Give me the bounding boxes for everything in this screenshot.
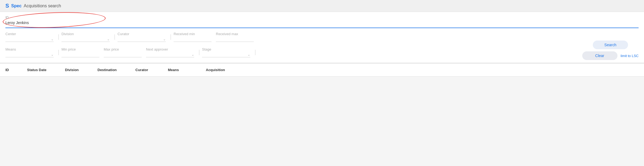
stage-label: Stage [202, 47, 250, 51]
means-input[interactable] [5, 52, 51, 57]
filter-row-1: Center ⌄ Division ⌄ [5, 32, 578, 42]
filter-rows-container: Center ⌄ Division ⌄ [5, 32, 639, 60]
division-chevron-icon[interactable]: ⌄ [107, 37, 110, 41]
min-price-input[interactable] [61, 52, 99, 57]
col-header-destination: Destination [97, 66, 135, 74]
means-label: Means [5, 47, 54, 51]
max-price-field: Max price [104, 47, 142, 57]
divider-6 [255, 50, 255, 55]
next-approver-input[interactable] [146, 52, 191, 57]
divider-5 [199, 50, 199, 55]
division-field: Division ⌄ [61, 32, 110, 42]
received-max-input[interactable] [216, 37, 254, 42]
col-header-acquisition: Acquisition [206, 66, 639, 74]
received-min-label: Received min [174, 32, 212, 36]
stage-input[interactable] [202, 52, 248, 57]
divider-3 [171, 34, 171, 40]
next-approver-field: Next approver ⌄ [146, 47, 194, 57]
curator-chevron-icon[interactable]: ⌄ [163, 37, 166, 41]
search-btn-row: Search [593, 41, 628, 49]
id-field-group: ID [5, 16, 60, 25]
means-chevron-icon[interactable]: ⌄ [51, 53, 54, 57]
id-input[interactable] [5, 21, 60, 25]
next-approver-chevron-icon[interactable]: ⌄ [191, 53, 194, 57]
min-price-label: Min price [61, 47, 99, 51]
center-field: Center ⌄ [5, 32, 54, 42]
division-label: Division [61, 32, 110, 36]
logo-icon: S [5, 3, 9, 9]
center-input[interactable] [5, 37, 51, 41]
clear-btn-row: Clear limit to LSC [582, 51, 639, 60]
id-label: ID [5, 16, 60, 19]
center-chevron-icon[interactable]: ⌄ [51, 37, 54, 41]
curator-field: Curator ⌄ [118, 32, 166, 42]
filter-row-2: Means ⌄ Min price Max price [5, 47, 578, 57]
curator-label: Curator [118, 32, 166, 36]
search-panel: ID Center ⌄ Division [0, 12, 644, 63]
max-price-input[interactable] [104, 52, 142, 57]
col-header-means: Means [168, 66, 206, 74]
received-max-label: Received max [216, 32, 254, 36]
clear-button[interactable]: Clear [582, 51, 617, 60]
limit-lsc-link[interactable]: limit to LSC [621, 54, 639, 58]
table-bottom-divider [0, 76, 644, 77]
divider-2 [115, 34, 115, 40]
search-button[interactable]: Search [593, 41, 628, 49]
divider-4 [58, 50, 59, 55]
stage-chevron-icon[interactable]: ⌄ [248, 53, 250, 57]
col-header-division: Division [65, 66, 97, 74]
page-title: Acquisitions search [24, 4, 61, 8]
header-bar: S Spec Acquisitions search [0, 0, 644, 12]
table-header: ID Status Date Division Destination Cura… [0, 63, 644, 76]
division-input[interactable] [61, 37, 107, 41]
received-min-field: Received min [174, 32, 212, 42]
col-header-id: ID [5, 66, 27, 74]
app-name: Spec [11, 4, 21, 8]
id-row: ID [5, 12, 639, 28]
divider-1 [58, 34, 59, 40]
next-approver-label: Next approver [146, 47, 194, 51]
received-max-field: Received max [216, 32, 254, 42]
col-header-status-date: Status Date [27, 66, 65, 74]
two-filter-rows: Center ⌄ Division ⌄ [5, 32, 578, 60]
curator-input[interactable] [118, 37, 163, 41]
received-min-input[interactable] [174, 37, 212, 42]
col-header-curator: Curator [135, 66, 168, 74]
buttons-area: Search Clear limit to LSC [582, 41, 639, 60]
means-field: Means ⌄ [5, 47, 54, 57]
stage-field: Stage ⌄ [202, 47, 250, 57]
max-price-label: Max price [104, 47, 142, 51]
min-price-field: Min price [61, 47, 99, 57]
center-label: Center [5, 32, 54, 36]
